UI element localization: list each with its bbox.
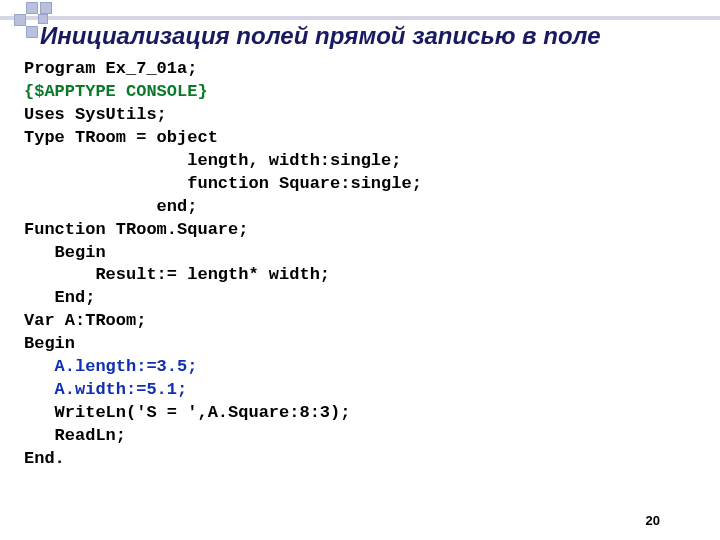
code-line: Begin bbox=[24, 243, 106, 262]
code-line: Begin bbox=[24, 334, 75, 353]
code-line: Program Ex_7_01a; bbox=[24, 59, 197, 78]
code-line: Uses SysUtils; bbox=[24, 105, 167, 124]
code-line: ReadLn; bbox=[24, 426, 126, 445]
code-line: End. bbox=[24, 449, 65, 468]
code-line: function Square:single; bbox=[24, 174, 422, 193]
code-line: Result:= length* width; bbox=[24, 265, 330, 284]
code-line-directive: {$APPTYPE CONSOLE} bbox=[24, 82, 208, 101]
code-line: Var A:TRoom; bbox=[24, 311, 146, 330]
slide-title: Инициализация полей прямой записью в пол… bbox=[40, 22, 700, 50]
code-line: Function TRoom.Square; bbox=[24, 220, 248, 239]
code-line-highlight: A.width:=5.1; bbox=[24, 380, 187, 399]
code-line: End; bbox=[24, 288, 95, 307]
code-line: length, width:single; bbox=[24, 151, 401, 170]
code-line: WriteLn('S = ',A.Square:8:3); bbox=[24, 403, 350, 422]
code-line: end; bbox=[24, 197, 197, 216]
code-line-highlight: A.length:=3.5; bbox=[24, 357, 197, 376]
code-block: Program Ex_7_01a; {$APPTYPE CONSOLE} Use… bbox=[24, 58, 422, 471]
code-line: Type TRoom = object bbox=[24, 128, 218, 147]
page-number: 20 bbox=[646, 513, 660, 528]
